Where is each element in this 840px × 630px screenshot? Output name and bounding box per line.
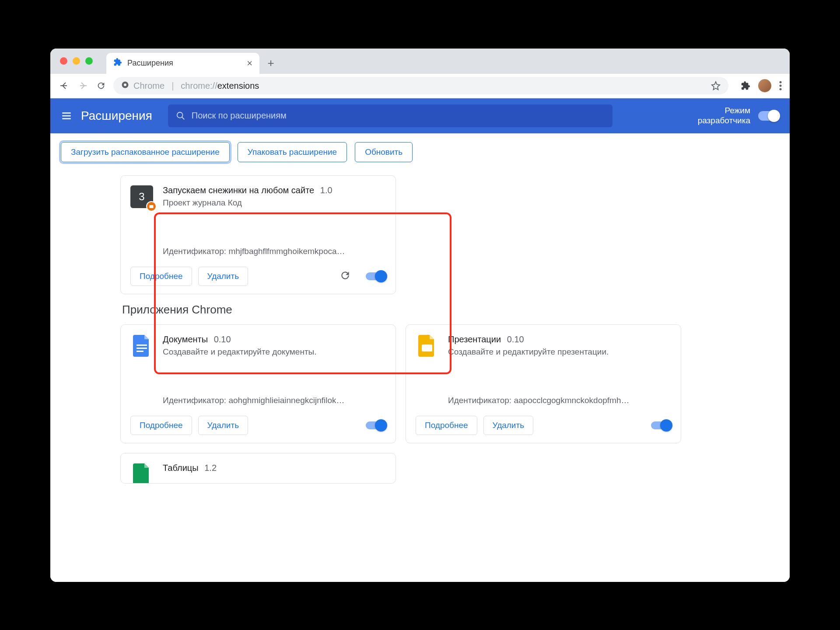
app-id: aapocclcgogkmnckokdopfmh…: [514, 396, 629, 405]
extension-app-icon: 3: [130, 185, 153, 208]
extension-description: Проект журнала Код: [163, 198, 386, 208]
icon-text: 3: [139, 191, 144, 203]
maximize-window-button[interactable]: [85, 57, 93, 65]
svg-point-2: [780, 81, 782, 84]
remove-button[interactable]: Удалить: [483, 416, 534, 435]
load-unpacked-button[interactable]: Загрузить распакованное расширение: [61, 142, 230, 162]
extension-card: 3 Запускаем снежинки на любом сайте 1.0 …: [120, 175, 396, 294]
search-input[interactable]: [192, 111, 605, 121]
app-card-slides: Презентации 0.10 Создавайте и редактируй…: [406, 324, 681, 443]
page-title: Расширения: [81, 109, 152, 123]
sheets-icon: [130, 463, 153, 484]
content-area: Загрузить распакованное расширение Упако…: [50, 133, 790, 582]
forward-button[interactable]: [77, 80, 89, 91]
svg-point-5: [177, 112, 183, 118]
app-enable-toggle[interactable]: [366, 421, 386, 429]
chrome-icon: [121, 81, 129, 91]
extension-version: 1.0: [320, 185, 332, 195]
id-label: Идентификатор:: [163, 247, 226, 256]
id-label: Идентификатор:: [163, 396, 226, 405]
minimize-window-button[interactable]: [73, 57, 80, 65]
close-tab-button[interactable]: ×: [247, 58, 252, 69]
extension-name: Запускаем снежинки на любом сайте: [163, 185, 314, 195]
url-dim: chrome://: [181, 81, 217, 90]
url-path: extensions: [217, 81, 259, 90]
close-window-button[interactable]: [60, 57, 67, 65]
svg-rect-9: [136, 351, 144, 352]
tab-title: Расширения: [127, 59, 173, 68]
apps-section-title: Приложения Chrome: [122, 303, 720, 317]
unpacked-badge-icon: [146, 201, 157, 212]
svg-rect-10: [422, 345, 432, 352]
address-bar[interactable]: Chrome | chrome://extensions: [113, 77, 728, 94]
app-card-sheets: Таблицы 1.2: [120, 453, 396, 484]
extension-id: mhjfbaghflfmmghoikemkpoca…: [228, 247, 345, 256]
app-version: 1.2: [204, 463, 217, 473]
app-card-docs: Документы 0.10 Создавайте и редактируйте…: [120, 324, 396, 443]
details-button[interactable]: Подробнее: [130, 267, 192, 286]
extension-enable-toggle[interactable]: [366, 272, 386, 280]
browser-window: Расширения × + Chrome | chrome://extensi…: [50, 49, 790, 582]
app-id: aohghmighlieiainnegkcijnfilok…: [228, 396, 344, 405]
app-version: 0.10: [507, 334, 524, 344]
browser-menu-button[interactable]: [779, 81, 782, 90]
reload-extension-button[interactable]: [340, 270, 351, 283]
menu-button[interactable]: [61, 110, 72, 122]
extension-icon: [113, 58, 122, 69]
pack-extension-button[interactable]: Упаковать расширение: [238, 142, 347, 162]
svg-point-1: [124, 84, 126, 86]
docs-icon: [130, 334, 153, 357]
dev-mode-label-line1: Режим: [698, 106, 750, 116]
svg-rect-8: [136, 348, 147, 349]
app-name: Презентации: [448, 334, 501, 344]
profile-avatar[interactable]: [758, 79, 771, 92]
back-button[interactable]: [58, 80, 70, 91]
tab-bar: Расширения × +: [50, 49, 790, 74]
id-label: Идентификатор:: [448, 396, 511, 405]
update-button[interactable]: Обновить: [355, 142, 413, 162]
new-tab-button[interactable]: +: [262, 55, 280, 72]
details-button[interactable]: Подробнее: [130, 416, 192, 435]
remove-button[interactable]: Удалить: [198, 416, 248, 435]
app-description: Создавайте и редактируйте документы.: [163, 347, 386, 357]
search-field[interactable]: [168, 104, 612, 127]
developer-mode-control: Режим разработчика: [698, 106, 779, 126]
reload-button[interactable]: [95, 81, 107, 90]
app-description: Создавайте и редактируйте презентации.: [448, 347, 671, 357]
developer-mode-toggle[interactable]: [758, 111, 779, 121]
browser-tab[interactable]: Расширения ×: [106, 53, 259, 74]
app-version: 0.10: [214, 334, 231, 344]
separator: |: [172, 81, 174, 91]
dev-mode-label-line2: разработчика: [698, 116, 750, 126]
app-enable-toggle[interactable]: [651, 421, 671, 429]
browser-toolbar: Chrome | chrome://extensions: [50, 74, 790, 98]
svg-rect-7: [136, 345, 147, 346]
slides-icon: [416, 334, 438, 357]
extensions-header: Расширения Режим разработчика: [50, 98, 790, 133]
remove-button[interactable]: Удалить: [198, 267, 248, 286]
svg-point-4: [780, 88, 782, 90]
extensions-menu-button[interactable]: [741, 81, 750, 90]
app-name: Таблицы: [163, 463, 199, 473]
window-controls: [60, 57, 93, 65]
app-name: Документы: [163, 334, 208, 344]
url-scheme-label: Chrome: [133, 81, 164, 91]
svg-rect-6: [150, 205, 154, 208]
dev-actions-row: Загрузить распакованное расширение Упако…: [50, 133, 790, 171]
details-button[interactable]: Подробнее: [416, 416, 477, 435]
svg-point-3: [780, 85, 782, 87]
bookmark-star-icon[interactable]: [711, 81, 721, 90]
